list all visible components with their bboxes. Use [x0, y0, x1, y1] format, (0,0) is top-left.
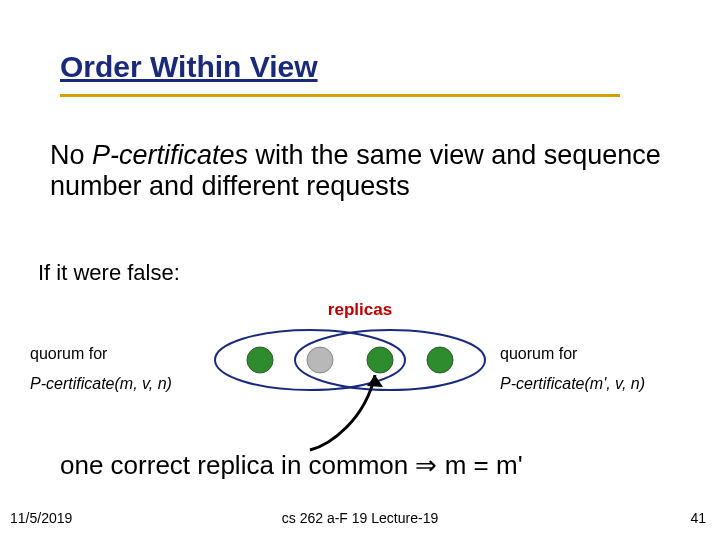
right-quorum-label: quorum for [500, 345, 577, 363]
body-text: No P-certificates with the same view and… [50, 140, 670, 202]
replica-dot-2-faulty [307, 347, 333, 373]
title-accent-line [60, 94, 620, 97]
footer-center: cs 262 a-F 19 Lecture-19 [0, 510, 720, 526]
replicas-label: replicas [0, 300, 720, 320]
body-prefix: No [50, 140, 92, 170]
implies-symbol: ⇒ [415, 450, 437, 480]
conclusion-part2: m = m' [437, 450, 522, 480]
slide: Order Within View No P-certificates with… [0, 0, 720, 540]
left-quorum-label: quorum for [30, 345, 107, 363]
left-pcertificate-label: P-certificate(m, v, n) [30, 375, 172, 393]
venn-diagram [210, 320, 490, 440]
replica-dot-1 [247, 347, 273, 373]
footer-page-number: 41 [690, 510, 706, 526]
right-pcertificate-label: P-certificate(m', v, n) [500, 375, 645, 393]
body-italic-term: P-certificates [92, 140, 248, 170]
conclusion-text: one correct replica in common ⇒ m = m' [60, 450, 523, 481]
replica-dot-4 [427, 347, 453, 373]
subtext-line: If it were false: [38, 260, 180, 286]
conclusion-part1: one correct replica in common [60, 450, 415, 480]
replica-dot-3-common [367, 347, 393, 373]
slide-title: Order Within View [60, 50, 318, 84]
